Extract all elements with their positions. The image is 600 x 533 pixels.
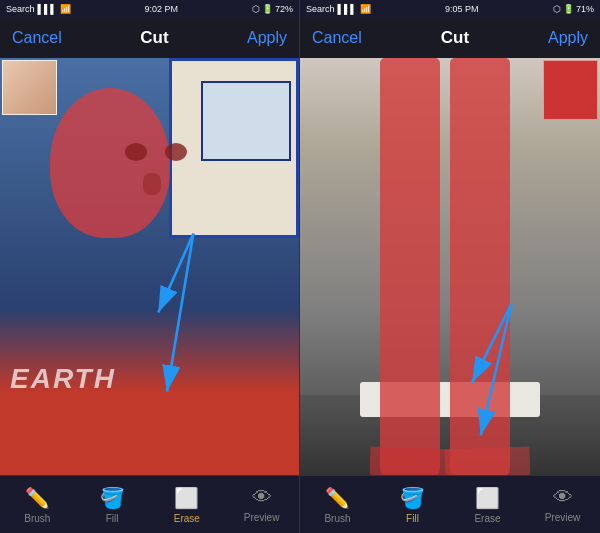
fill-icon-right: 🪣 [400,486,425,510]
cancel-button-left[interactable]: Cancel [12,29,62,47]
store-window [201,81,291,161]
wifi-icon-right: 📶 [360,4,371,14]
carrier-left: Search [6,4,35,14]
svg-line-2 [158,234,193,313]
tool-erase-right[interactable]: ⬜ Erase [460,486,515,524]
svg-line-3 [167,234,193,392]
status-bar-right: Search ▌▌▌ 📶 9:05 PM ⬡ 🔋 71% [300,0,600,18]
erase-icon-left: ⬜ [174,486,199,510]
thumbnail-left [2,60,57,115]
toolbar-left: ✏️ Brush 🪣 Fill ⬜ Erase 👁 Preview [0,475,299,533]
erase-label-right: Erase [474,513,500,524]
time-left: 9:02 PM [145,4,179,14]
status-bar-left: Search ▌▌▌ 📶 9:02 PM ⬡ 🔋 72% [0,0,299,18]
nav-bar-right: Cancel Cut Apply [300,18,600,58]
image-area-right[interactable] [300,58,600,475]
nav-title-right: Cut [441,28,469,48]
nav-bar-left: Cancel Cut Apply [0,18,299,58]
tool-preview-left[interactable]: 👁 Preview [234,486,289,523]
battery-icon-right: 🔋 [563,4,574,14]
thumb-inner-left [3,61,56,114]
nav-title-left: Cut [140,28,168,48]
bluetooth-icon-left: ⬡ [252,4,260,14]
bluetooth-icon-right: ⬡ [553,4,561,14]
image-area-left[interactable]: EARTH [0,58,299,475]
thumbnail-right [543,60,598,120]
fill-icon-left: 🪣 [100,486,125,510]
cancel-button-right[interactable]: Cancel [312,29,362,47]
brush-icon-right: ✏️ [325,486,350,510]
mannequin-eye-left [125,143,147,161]
background-left: EARTH [0,58,299,475]
leg-right [450,58,510,475]
preview-label-left: Preview [244,512,280,523]
apply-button-left[interactable]: Apply [247,29,287,47]
right-panel: Search ▌▌▌ 📶 9:05 PM ⬡ 🔋 71% Cancel Cut … [300,0,600,533]
store-background [169,58,299,238]
legs-container [370,58,530,475]
mannequin-nose [143,173,161,195]
mannequin-eye-right [165,143,187,161]
banner-text: EARTH [10,363,116,395]
left-panel: Search ▌▌▌ 📶 9:02 PM ⬡ 🔋 72% Cancel Cut … [0,0,300,533]
tool-erase-left[interactable]: ⬜ Erase [159,486,214,524]
tool-fill-right[interactable]: 🪣 Fill [385,486,440,524]
battery-level-right: 71% [576,4,594,14]
toolbar-right: ✏️ Brush 🪣 Fill ⬜ Erase 👁 Preview [300,475,600,533]
brush-icon-left: ✏️ [25,486,50,510]
tool-preview-right[interactable]: 👁 Preview [535,486,590,523]
battery-level-left: 72% [275,4,293,14]
signal-icon-right: ▌▌▌ [338,4,357,14]
tool-brush-right[interactable]: ✏️ Brush [310,486,365,524]
fill-label-right: Fill [406,513,419,524]
preview-label-right: Preview [545,512,581,523]
brush-label-left: Brush [24,513,50,524]
status-left-right: Search ▌▌▌ 📶 [306,4,371,14]
wifi-icon-left: 📶 [60,4,71,14]
tool-brush-left[interactable]: ✏️ Brush [10,486,65,524]
preview-icon-left: 👁 [252,486,272,509]
shoe-right [445,447,531,475]
mannequin-head [50,88,170,238]
time-right: 9:05 PM [445,4,479,14]
erase-icon-right: ⬜ [475,486,500,510]
status-right-right: ⬡ 🔋 71% [553,4,594,14]
background-right [300,58,600,475]
battery-icon-left: 🔋 [262,4,273,14]
brush-label-right: Brush [324,513,350,524]
fill-label-left: Fill [106,513,119,524]
status-left: Search ▌▌▌ 📶 [6,4,71,14]
signal-icon-left: ▌▌▌ [38,4,57,14]
leg-left [380,58,440,475]
preview-icon-right: 👁 [553,486,573,509]
tool-fill-left[interactable]: 🪣 Fill [85,486,140,524]
carrier-right: Search [306,4,335,14]
shoe-left [370,447,456,475]
apply-button-right[interactable]: Apply [548,29,588,47]
erase-label-left: Erase [174,513,200,524]
status-right-left: ⬡ 🔋 72% [252,4,293,14]
